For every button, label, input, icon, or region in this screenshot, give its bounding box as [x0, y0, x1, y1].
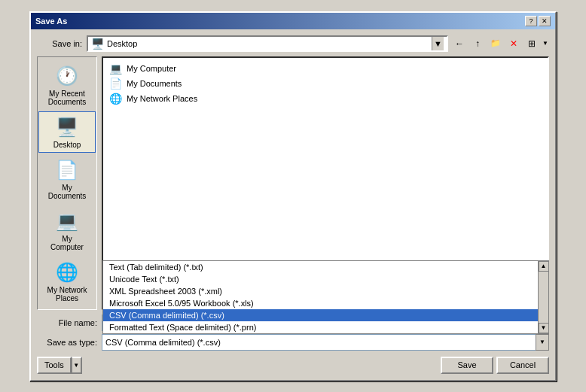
network-places-icon: 🌐 — [55, 260, 79, 284]
sidebar-item-network[interactable]: 🌐 My NetworkPlaces — [38, 257, 96, 306]
save-type-label: Save as type: — [37, 338, 97, 347]
sidebar-item-recent-label: My RecentDocuments — [48, 90, 87, 106]
save-type-container: Save as type: CSV (Comma delimited) (*.c… — [37, 334, 549, 351]
save-as-dialog: Save As ? ✕ Save in: 🖥️ Desktop ▼ ← ↑ 📁 … — [29, 11, 557, 381]
save-type-row: Save as type: CSV (Comma delimited) (*.c… — [37, 334, 549, 351]
dropdown-scroll-container: Text (Tab delimited) (*.txt) Unicode Tex… — [103, 261, 548, 333]
file-item-name: My Computer — [127, 64, 176, 73]
recent-docs-icon: 🕐 — [55, 64, 79, 88]
dropdown-item-unicode[interactable]: Unicode Text (*.txt) — [103, 273, 538, 285]
my-computer-icon: 💻 — [55, 209, 79, 233]
save-in-combo[interactable]: 🖥️ Desktop ▼ — [87, 35, 448, 52]
list-item[interactable]: 📄 My Documents — [106, 76, 545, 91]
save-type-display[interactable]: CSV (Comma delimited) (*.csv) — [102, 334, 536, 351]
save-type-value: CSV (Comma delimited) (*.csv) — [105, 338, 221, 347]
title-bar-controls: ? ✕ — [525, 16, 551, 26]
delete-button[interactable]: ✕ — [505, 35, 522, 52]
save-button[interactable]: Save — [441, 357, 493, 374]
sidebar-item-network-label: My NetworkPlaces — [47, 286, 87, 302]
action-row: Tools ▼ Save Cancel — [37, 357, 549, 374]
dropdown-item-xml[interactable]: XML Spreadsheet 2003 (*.xml) — [103, 285, 538, 297]
sidebar-item-desktop[interactable]: 🖥️ Desktop — [38, 111, 96, 153]
sidebar-item-documents[interactable]: 📄 MyDocuments — [38, 154, 96, 204]
back-button[interactable]: ← — [451, 35, 468, 52]
save-type-dropdown: Text (Tab delimited) (*.txt) Unicode Tex… — [102, 260, 549, 334]
dropdown-item-prn[interactable]: Formatted Text (Space delimited) (*.prn) — [103, 321, 538, 333]
save-cancel-btns: Save Cancel — [441, 357, 549, 374]
network-places-file-icon: 🌐 — [109, 93, 122, 105]
close-button[interactable]: ✕ — [539, 16, 551, 26]
my-computer-file-icon: 💻 — [109, 62, 122, 74]
my-documents-file-icon: 📄 — [109, 77, 122, 90]
file-item-name: My Network Places — [127, 94, 197, 103]
list-item[interactable]: 🌐 My Network Places — [106, 91, 545, 106]
views-button[interactable]: ⊞ — [523, 35, 540, 52]
desktop-small-icon: 🖥️ — [91, 38, 104, 50]
bottom-section: File name: ▼ Save as type: CSV (Comma de… — [37, 315, 549, 351]
save-in-toolbar: ← ↑ 📁 ✕ ⊞ ▼ — [451, 35, 549, 52]
views-dropdown[interactable]: ▼ — [542, 35, 549, 52]
title-bar: Save As ? ✕ — [31, 13, 555, 29]
help-button[interactable]: ? — [525, 16, 537, 26]
save-type-dropdown-btn[interactable]: ▼ — [536, 334, 549, 351]
save-in-value: Desktop — [107, 39, 429, 48]
scroll-up-btn[interactable]: ▲ — [539, 261, 549, 272]
save-type-combo-wrapper: CSV (Comma delimited) (*.csv) ▼ — [102, 334, 549, 351]
list-item[interactable]: 💻 My Computer — [106, 61, 545, 76]
sidebar-item-documents-label: MyDocuments — [48, 184, 87, 200]
sidebar-item-computer[interactable]: 💻 MyComputer — [38, 205, 96, 255]
dropdown-items: Text (Tab delimited) (*.txt) Unicode Tex… — [103, 261, 538, 333]
save-in-dropdown-arrow[interactable]: ▼ — [432, 37, 444, 50]
tools-btn-wrapper: Tools ▼ — [37, 357, 82, 374]
tools-button[interactable]: Tools — [37, 357, 72, 374]
save-in-row: Save in: 🖥️ Desktop ▼ ← ↑ 📁 ✕ ⊞ ▼ — [37, 35, 549, 52]
dialog-body: Save in: 🖥️ Desktop ▼ ← ↑ 📁 ✕ ⊞ ▼ — [31, 29, 555, 380]
tools-arrow[interactable]: ▼ — [72, 357, 82, 374]
sidebar-item-recent[interactable]: 🕐 My RecentDocuments — [38, 60, 96, 110]
sidebar-item-computer-label: MyComputer — [50, 235, 84, 251]
create-folder-button[interactable]: 📁 — [487, 35, 504, 52]
sidebar: 🕐 My RecentDocuments 🖥️ Desktop 📄 MyDocu… — [37, 56, 97, 310]
cancel-button[interactable]: Cancel — [496, 357, 549, 374]
desktop-icon: 🖥️ — [55, 115, 79, 139]
dropdown-item-csv[interactable]: CSV (Comma delimited) (*.csv) — [103, 309, 538, 321]
dropdown-scrollbar[interactable]: ▲ ▼ — [538, 261, 548, 333]
file-name-label: File name: — [37, 318, 97, 327]
my-documents-icon: 📄 — [55, 158, 79, 182]
dialog-title: Save As — [35, 17, 67, 26]
up-button[interactable]: ↑ — [469, 35, 486, 52]
scroll-down-btn[interactable]: ▼ — [539, 323, 549, 333]
dropdown-item-txt-tab[interactable]: Text (Tab delimited) (*.txt) — [103, 261, 538, 273]
file-item-name: My Documents — [127, 79, 182, 88]
sidebar-item-desktop-label: Desktop — [53, 141, 81, 149]
save-in-label: Save in: — [37, 39, 82, 48]
dropdown-item-excel95[interactable]: Microsoft Excel 5.0/95 Workbook (*.xls) — [103, 297, 538, 309]
